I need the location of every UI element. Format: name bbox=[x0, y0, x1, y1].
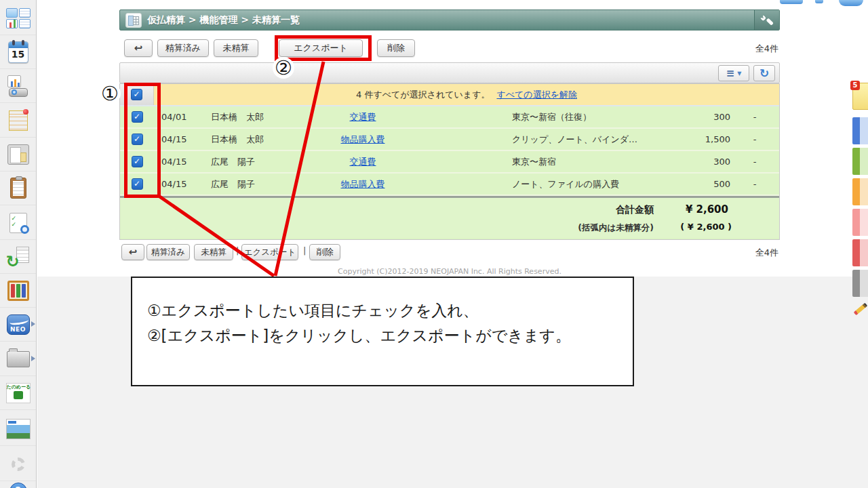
tanomail-icon: たのめーる bbox=[6, 383, 31, 403]
projector-icon bbox=[6, 75, 31, 97]
row-checkbox[interactable]: ✓ bbox=[132, 111, 143, 123]
caret-down-icon: ▼ bbox=[737, 70, 741, 77]
check-icon: ✓ bbox=[134, 157, 140, 166]
wrench-icon bbox=[757, 10, 776, 29]
calendar-icon: 15 bbox=[8, 41, 28, 63]
category-link[interactable]: 交通費 bbox=[350, 112, 376, 122]
back-arrow-icon: ↩ bbox=[134, 42, 143, 54]
instruction-line-1: ①エクスポートしたい項目にチェックを入れ、 bbox=[147, 298, 633, 323]
screen: 15 ✓✓ ↻ NEO bbox=[0, 0, 868, 488]
export-button[interactable]: エクスポート bbox=[279, 39, 363, 57]
sidebar-item-tanomail[interactable]: たのめーる bbox=[0, 376, 36, 410]
row-checkbox[interactable]: ✓ bbox=[132, 156, 143, 167]
sidebar-item-memo[interactable] bbox=[0, 104, 36, 138]
sidebar-item-survey[interactable]: ✓✓ bbox=[0, 206, 36, 240]
cell-amount: 500 bbox=[649, 179, 730, 189]
sidebar-item-web-meeting[interactable] bbox=[0, 69, 36, 103]
table-row: ✓ 04/15 日本橋 太郎 物品購入費 クリップ、ノート、バインダ… 1,50… bbox=[120, 129, 779, 151]
refresh-button[interactable]: ↻ bbox=[753, 65, 775, 81]
delete-button[interactable]: 削除 bbox=[377, 39, 415, 57]
category-link[interactable]: 物品購入費 bbox=[341, 179, 385, 189]
sidebar-item-clipboard[interactable] bbox=[0, 171, 36, 205]
table-row: ✓ 04/15 広尾 陽子 物品購入費 ノート、ファイルの購入費 500 - bbox=[120, 174, 779, 196]
neo-logo-icon: NEO bbox=[7, 314, 30, 335]
rail-label-blue[interactable] bbox=[852, 117, 868, 144]
settled-button[interactable]: 精算済み bbox=[157, 39, 209, 57]
workflow-icon: ↻ bbox=[7, 247, 29, 267]
button-separator: | bbox=[303, 245, 306, 256]
unsettled-button[interactable]: 未精算 bbox=[194, 244, 233, 260]
export-button[interactable]: エクスポート bbox=[241, 244, 298, 260]
cell-amount: 300 bbox=[649, 112, 730, 122]
back-button[interactable]: ↩ bbox=[124, 39, 153, 57]
settled-button[interactable]: 精算済み bbox=[146, 244, 190, 260]
row-checkbox-cell: ✓ bbox=[120, 156, 154, 167]
clipboard-icon bbox=[10, 178, 26, 199]
rail-label-pink[interactable] bbox=[852, 209, 868, 236]
row-checkbox[interactable]: ✓ bbox=[132, 134, 143, 145]
rail-label-red[interactable] bbox=[852, 239, 868, 266]
table-row: ✓ 04/01 日本橋 太郎 交通費 東京〜新宿（往復） 300 - bbox=[120, 106, 779, 129]
sidebar-item-cabinet[interactable] bbox=[0, 138, 36, 171]
button-separator: | bbox=[236, 245, 239, 256]
total-count-label: 全4件 bbox=[755, 247, 778, 259]
folder-icon bbox=[7, 351, 30, 367]
cell-balance: - bbox=[730, 112, 779, 122]
list-menu-button[interactable]: ≡ ▼ bbox=[718, 65, 749, 81]
settings-wrench-button[interactable] bbox=[754, 10, 779, 30]
category-link[interactable]: 物品購入費 bbox=[341, 134, 385, 144]
select-all-checkbox[interactable]: ✓ bbox=[131, 89, 142, 100]
instruction-line-2: ②[エクスポート]をクリックし、エクスポートができます。 bbox=[147, 323, 633, 348]
check-icon: ✓ bbox=[133, 89, 140, 99]
gear-icon bbox=[12, 458, 25, 471]
sidebar-item-document-management[interactable] bbox=[0, 274, 36, 308]
cell-date: 04/15 bbox=[154, 179, 203, 189]
refresh-icon: ↻ bbox=[760, 66, 769, 80]
sidebar-item-portal[interactable] bbox=[0, 1, 36, 35]
step-1-badge: ① bbox=[99, 83, 121, 104]
sidebar-item-workflow[interactable]: ↻ bbox=[0, 240, 36, 274]
rail-memo-note[interactable]: 5 bbox=[852, 83, 868, 110]
selection-banner: ✓ 4 件すべてが選択されています。 すべての選択を解除 bbox=[120, 84, 779, 106]
tanomail-label: たのめーる bbox=[7, 384, 30, 391]
sidebar-item-help[interactable]: ? bbox=[0, 474, 36, 488]
sidebar-item-folder[interactable] bbox=[0, 342, 36, 376]
rail-label-orange[interactable] bbox=[852, 178, 868, 205]
check-icon: ✓ bbox=[134, 179, 140, 188]
bottom-action-bar: ↩ 精算済み 未精算 | エクスポート | 削除 全4件 bbox=[119, 243, 780, 263]
table-row: ✓ 04/15 広尾 陽子 交通費 東京〜新宿 300 - bbox=[120, 151, 779, 174]
app-sidebar: 15 ✓✓ ↻ NEO bbox=[0, 0, 37, 488]
cell-date: 04/15 bbox=[154, 157, 203, 167]
delete-button[interactable]: 削除 bbox=[309, 244, 340, 260]
row-checkbox[interactable]: ✓ bbox=[132, 178, 143, 190]
back-arrow-icon: ↩ bbox=[129, 246, 138, 258]
cell-amount: 300 bbox=[649, 157, 730, 167]
cell-applicant: 日本橋 太郎 bbox=[203, 134, 295, 146]
rail-label-gray[interactable] bbox=[852, 270, 868, 297]
cutoff-button-fragment bbox=[815, 0, 823, 3]
flyout-arrow-icon bbox=[31, 321, 35, 327]
unsettled-button[interactable]: 未精算 bbox=[214, 39, 258, 57]
sidebar-item-neo-apps[interactable]: NEO bbox=[0, 308, 36, 342]
portal-icon bbox=[6, 8, 31, 28]
total-count-label: 全4件 bbox=[755, 43, 778, 55]
check-icon: ✓ bbox=[134, 112, 140, 121]
cell-date: 04/01 bbox=[154, 112, 203, 122]
cell-description: ノート、ファイルの購入費 bbox=[431, 178, 649, 190]
rail-label-green[interactable] bbox=[852, 148, 868, 175]
cell-amount: 1,500 bbox=[649, 134, 730, 144]
clear-selection-link[interactable]: すべての選択を解除 bbox=[496, 89, 577, 101]
row-checkbox-cell: ✓ bbox=[120, 111, 154, 123]
rail-pencil[interactable] bbox=[852, 302, 868, 318]
total-label: 合計金額 bbox=[616, 204, 654, 216]
right-rail: 5 bbox=[852, 0, 868, 488]
module-header: 仮払精算 > 機能管理 > 未精算一覧 bbox=[119, 9, 780, 30]
cabinet-icon bbox=[7, 144, 29, 165]
sidebar-item-info-banner[interactable] bbox=[0, 412, 36, 446]
cell-applicant: 広尾 陽子 bbox=[203, 156, 295, 168]
cell-description: クリップ、ノート、バインダ… bbox=[431, 134, 649, 146]
sidebar-item-scheduler[interactable]: 15 bbox=[0, 35, 36, 69]
category-link[interactable]: 交通費 bbox=[350, 157, 376, 167]
flyout-arrow-icon bbox=[31, 356, 35, 361]
back-button[interactable]: ↩ bbox=[121, 244, 144, 260]
